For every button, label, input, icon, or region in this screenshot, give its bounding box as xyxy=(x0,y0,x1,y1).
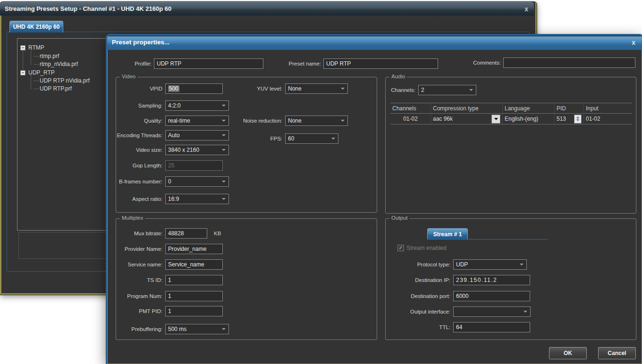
video-size-select[interactable]: 3840 x 2160 xyxy=(165,145,229,155)
destination-ip-row: Destination IP: 239.150.11.2 xyxy=(386,275,530,285)
protocol-type-select[interactable]: UDP xyxy=(453,259,527,270)
mux-bitrate-row: Mux bitrate: 48828 KB xyxy=(116,228,221,239)
yuv-level-select[interactable]: None xyxy=(285,83,348,94)
vpid-input[interactable]: 500 xyxy=(165,83,223,94)
tree-node-rtmp-prf[interactable]: rtmp.prf xyxy=(20,52,59,60)
tree-node-udp-rtp[interactable]: − UDP_RTP xyxy=(20,69,55,76)
audio-group: Audio Channels: 2 Channels Compression t… xyxy=(385,77,636,214)
stream-enabled-checkbox: ✓ xyxy=(397,245,404,251)
tab-uhd-4k-2160p-60[interactable]: UHD 4K 2160p 60 xyxy=(9,21,63,33)
dropdown-arrow-icon xyxy=(222,134,226,136)
tree-node-udp-rtp-prf[interactable]: UDP RTP.prf xyxy=(20,85,72,92)
output-interface-row: Output interface: xyxy=(386,306,531,317)
stream-enabled-label: Stream enabled xyxy=(406,245,447,251)
video-size-row: Video size: 3840 x 2160 xyxy=(116,145,229,155)
tree-collapse-icon[interactable]: − xyxy=(20,45,25,50)
preset-properties-dialog: Preset properties... x Profile: UDP RTP … xyxy=(107,35,642,364)
dropdown-arrow-icon xyxy=(524,311,527,313)
profile-input[interactable]: UDP RTP xyxy=(154,58,263,69)
profile-field: Profile: UDP RTP xyxy=(112,58,263,69)
multiplex-group-caption: Multiplex xyxy=(120,215,145,221)
pmt-pid-input[interactable]: 1 xyxy=(165,306,223,316)
dropdown-arrow-icon xyxy=(222,105,226,107)
destination-ip-input[interactable]: 239.150.11.2 xyxy=(453,275,530,285)
audio-table-row[interactable]: 01-02 aac 96k English-(eng) 513 01-02 xyxy=(390,114,632,124)
dropdown-arrow-icon xyxy=(222,149,226,151)
noise-reduction-select[interactable]: None xyxy=(285,116,348,126)
dropdown-arrow-icon xyxy=(341,88,345,90)
comments-field: Comments: xyxy=(457,58,635,68)
mux-bitrate-unit: KB xyxy=(214,231,221,236)
encoding-threads-select[interactable]: Auto xyxy=(165,130,229,141)
multiplex-group: Multiplex Mux bitrate: 48828 KB Provider… xyxy=(116,218,377,340)
yuv-level-row: YUV level: None xyxy=(229,83,348,94)
pmt-pid-row: PMT PID: 1 xyxy=(116,306,223,316)
provider-name-input[interactable]: Provider_name xyxy=(165,244,223,254)
comments-label: Comments: xyxy=(457,60,501,66)
audio-group-caption: Audio xyxy=(389,74,407,79)
audio-table-header: Channels Compression type Language PID I… xyxy=(390,103,632,114)
audio-channels-select[interactable]: 2 xyxy=(418,85,476,95)
sampling-select[interactable]: 4:2:0 xyxy=(165,100,229,111)
b-frames-select[interactable]: 0 xyxy=(165,176,229,187)
program-num-input[interactable]: 1 xyxy=(165,291,223,301)
ttl-input[interactable]: 64 xyxy=(453,322,530,332)
main-window-close-icon[interactable]: x xyxy=(524,6,528,12)
cancel-button[interactable]: Cancel xyxy=(598,347,636,359)
service-name-row: Service name: Service_name xyxy=(116,259,223,270)
prebuffering-row: Prebuffering: 500 ms xyxy=(116,324,229,334)
b-frames-row: B-frames number: 0 xyxy=(116,176,229,187)
ts-id-row: TS ID: 1 xyxy=(116,275,223,285)
profile-label: Profile: xyxy=(112,61,152,66)
fps-row: FPS: 60 xyxy=(229,133,338,144)
gop-length-input: 25 xyxy=(165,160,223,171)
video-group: Video VPID 500 Sampling: 4:2:0 Quality: … xyxy=(116,77,377,213)
aspect-ratio-select[interactable]: 16:9 xyxy=(165,194,229,204)
ts-id-input[interactable]: 1 xyxy=(165,275,223,285)
tree-collapse-icon[interactable]: − xyxy=(20,70,25,75)
dropdown-arrow-icon xyxy=(222,328,226,330)
pid-spinner[interactable] xyxy=(574,115,582,124)
dialog-titlebar[interactable]: Preset properties... x xyxy=(107,35,642,50)
aspect-ratio-row: Aspect ratio: 16:9 xyxy=(116,194,229,204)
quality-select[interactable]: real-time xyxy=(165,116,229,126)
vpid-row: VPID 500 xyxy=(116,83,223,94)
audio-channels-row: Channels: 2 xyxy=(386,85,476,95)
dropdown-arrow-icon xyxy=(341,120,345,122)
tree-node-udp-rtp-nvidia-prf[interactable]: UDP RTP nVidia.prf xyxy=(20,77,90,84)
fps-select[interactable]: 60 xyxy=(285,133,338,144)
mux-bitrate-input[interactable]: 48828 xyxy=(165,228,207,239)
preset-name-input[interactable]: UDP RTP xyxy=(323,58,438,69)
destination-port-row: Destination port: 6000 xyxy=(386,291,530,301)
main-window-titlebar[interactable]: Streaming Presets Setup - Channel #1 - U… xyxy=(0,2,534,16)
ok-button[interactable]: OK xyxy=(549,347,587,359)
compression-dropdown-button[interactable] xyxy=(491,115,500,124)
output-group-caption: Output xyxy=(389,215,410,221)
service-name-input[interactable]: Service_name xyxy=(165,259,223,270)
output-group: Output Stream # 1 ✓ Stream enabled Proto… xyxy=(385,218,636,340)
main-window-title: Streaming Presets Setup - Channel #1 - U… xyxy=(5,5,171,12)
preset-name-label: Preset name: xyxy=(268,61,321,66)
destination-port-input[interactable]: 6000 xyxy=(453,291,530,301)
preset-name-field: Preset name: UDP RTP xyxy=(268,58,438,69)
dropdown-arrow-icon xyxy=(331,138,335,140)
tree-node-rtmp[interactable]: − RTMP xyxy=(20,44,44,51)
dropdown-arrow-icon xyxy=(222,198,226,200)
dialog-title: Preset properties... xyxy=(112,39,169,46)
tree-node-rtmp-nvidia-prf[interactable]: rtmp_nVidia.prf xyxy=(20,60,78,68)
tab-stream-1[interactable]: Stream # 1 xyxy=(427,228,468,240)
output-interface-select[interactable] xyxy=(453,306,531,317)
audio-streams-table: Channels Compression type Language PID I… xyxy=(390,103,632,124)
comments-input[interactable] xyxy=(503,58,635,68)
dialog-close-icon[interactable]: x xyxy=(632,39,635,46)
encoding-threads-row: Encoding Threads: Auto xyxy=(116,130,229,141)
protocol-type-row: Protocol type: UDP xyxy=(386,259,527,270)
sampling-row: Sampling: 4:2:0 xyxy=(116,100,229,111)
prebuffering-select[interactable]: 500 ms xyxy=(165,324,229,334)
stream-tab-underline xyxy=(427,239,548,240)
dropdown-arrow-icon xyxy=(222,181,226,182)
screen: Streaming Presets Setup - Channel #1 - U… xyxy=(0,0,642,364)
stream-enabled-row: ✓ Stream enabled xyxy=(397,245,447,251)
program-num-row: Program Num: 1 xyxy=(116,291,223,301)
noise-reduction-row: Noise reduction: None xyxy=(229,116,348,126)
